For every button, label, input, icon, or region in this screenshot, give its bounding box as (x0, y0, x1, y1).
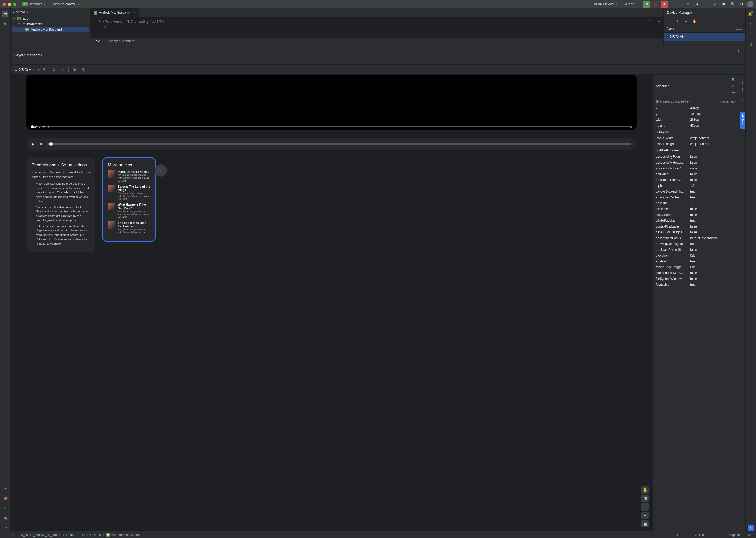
export-icon[interactable]: ⇲ (59, 66, 66, 73)
attribute-row[interactable]: layout_widthwrap_content (653, 135, 740, 141)
col-dots2[interactable]: … (739, 27, 742, 31)
line-ending[interactable]: LF (683, 533, 691, 537)
build-icon[interactable]: ☰ (702, 1, 710, 8)
pause-icon[interactable]: ⏸ (39, 142, 42, 146)
attribute-row[interactable]: baseline-1 (653, 200, 740, 206)
profiler-icon[interactable]: ⊚ (711, 1, 719, 8)
attribute-row[interactable]: clickablefalse (653, 206, 740, 212)
emulator-icon[interactable]: ▯ (748, 41, 754, 47)
breadcrumb[interactable]: 2024-12-05_RC11_jetnews_xr_source (3, 533, 61, 537)
attribute-row[interactable]: enabledtrue (653, 258, 740, 264)
editor-tab[interactable]: M AndroidManifest.xml × (90, 9, 139, 17)
vcs-menu[interactable]: Version control (51, 1, 81, 7)
inspector-device-selector[interactable]: ▭ XR Device (14, 68, 39, 72)
gradle-icon[interactable]: ⟲ (748, 21, 754, 27)
run-button[interactable]: ↻ (643, 1, 650, 8)
editor-subtab-merged[interactable]: Merged Manifest (105, 37, 139, 45)
code-editor[interactable]: 12 <?xml version="1.0" encoding="utf-8"?… (90, 18, 664, 37)
attribute-row[interactable]: activatedfalse (653, 171, 740, 177)
attribute-row[interactable]: layout_heightwrap_content (653, 141, 740, 147)
attribute-row[interactable]: accessibilityFocu...false (653, 154, 740, 160)
overlay-icon[interactable]: ⧉ (50, 66, 57, 73)
device-mgr-icon[interactable]: ▭ (748, 31, 754, 37)
debug-button[interactable]: 🐞 (652, 1, 659, 8)
tree-node-manifest-file[interactable]: M AndroidManifest.xml (12, 27, 88, 32)
encoding[interactable]: UTF-8 (693, 533, 706, 537)
collapse-up-icon[interactable]: ⌃ (653, 19, 656, 23)
breadcrumb[interactable]: M AndroidManifest.xml (106, 533, 140, 537)
attribute-row[interactable]: addStatesFromCh...false (653, 177, 740, 183)
git-icon[interactable]: ⎇ (2, 525, 9, 531)
attribute-row[interactable]: drawingCacheQualitauto (653, 241, 740, 247)
expand-fab[interactable]: ⤢ (155, 164, 167, 177)
refresh-icon[interactable]: ↻ (80, 66, 87, 73)
gear-icon[interactable]: ⚙ (630, 126, 632, 129)
breadcrumb[interactable]: main (90, 533, 101, 537)
notifications-icon[interactable]: 🔔 (748, 11, 754, 17)
attribute-row[interactable]: alwaysDrawnWith...true (653, 189, 740, 194)
more-actions[interactable]: ⋮ (670, 1, 677, 8)
project-view-selector[interactable]: Android (13, 10, 28, 14)
add-device-icon[interactable]: ⊞ (666, 18, 672, 24)
zoom-out-icon[interactable]: − (641, 511, 649, 519)
attribute-row[interactable]: descendantFocus...beforeDescendants (653, 235, 740, 241)
run-target-selector[interactable]: ⧉ XR Device (592, 1, 619, 7)
attribute-row[interactable]: fadingEdgeLength0dp (653, 264, 740, 270)
collapse-down-icon[interactable]: ⌄ (658, 19, 660, 23)
attribute-row[interactable]: fitsSystemWindowsfalse (653, 276, 740, 282)
wifi-icon[interactable]: ⇣ (683, 18, 689, 24)
side-tab-attributes[interactable]: Attributes (740, 112, 745, 129)
preview-canvas[interactable]: 00:00 • 00:17 ⚙ ▶ ⏸ (11, 75, 652, 531)
app-links-icon[interactable]: ⇄ (720, 1, 727, 8)
article-list-item[interactable]: Saturn: The Lord of the Rings Article an… (108, 185, 150, 200)
attribute-row[interactable]: focusabletrue (653, 282, 740, 288)
editor-more-icon[interactable]: ⋮ (656, 9, 664, 17)
attr-section-header[interactable]: All Attributes (653, 147, 740, 154)
attribute-row[interactable]: x434dp (653, 105, 740, 111)
play-icon[interactable]: ▶ (32, 142, 34, 146)
attribute-row[interactable]: elevation0dp (653, 253, 740, 258)
article-list-item[interactable]: Mars: Our Next Home? Article and images … (108, 170, 150, 182)
octocat-icon[interactable]: 🐙 (2, 495, 9, 501)
attribute-row[interactable]: width288dp (653, 117, 740, 123)
memory-icon[interactable]: ▭ (746, 533, 753, 537)
project-tool-icon[interactable]: ▭ (2, 11, 9, 17)
tree-node-manifests[interactable]: ▾🗀 manifests (12, 21, 88, 27)
readonly-icon[interactable]: ☐ (708, 533, 715, 537)
breadcrumb[interactable]: app (66, 533, 75, 537)
audio-scrubber[interactable] (47, 143, 631, 144)
indent[interactable]: 4 spaces (727, 533, 744, 537)
minimize-window[interactable] (8, 3, 11, 6)
settings-icon[interactable]: ⚙ (738, 1, 745, 8)
col-dots[interactable]: … (736, 27, 739, 31)
device-row[interactable]: XR Device (664, 32, 745, 41)
minimize-icon[interactable]: — (730, 89, 736, 96)
attribute-row[interactable]: defaultFocusHighli...false (653, 229, 740, 235)
article-list-item[interactable]: What Happens if the Sun Dies? Article an… (108, 203, 150, 219)
screenshot-icon[interactable]: ▣ (71, 66, 78, 73)
gemini-icon[interactable]: ✦ (748, 525, 754, 531)
zoom-in-icon[interactable]: ＋ (641, 503, 649, 511)
article-list-item[interactable]: The Endless Allure of the Universe Artic… (108, 221, 150, 234)
attribute-row[interactable]: accessibilityHeadi...false (653, 160, 740, 165)
attribute-row[interactable]: duplicateParentSt...false (653, 247, 740, 253)
more-articles-card[interactable]: More articles Mars: Our Next Home? Artic… (102, 158, 155, 241)
eye-icon[interactable]: 👁 (41, 66, 48, 73)
editor-subtab-text[interactable]: Text (90, 37, 105, 45)
cursor-position[interactable]: 1:1 (672, 533, 681, 537)
attribute-row[interactable]: clipToPaddingtrue (653, 218, 740, 224)
pan-icon[interactable]: ✋ (641, 486, 649, 494)
project-selector[interactable]: JN JetNews (20, 1, 48, 7)
plus-icon[interactable]: ＋ (674, 18, 681, 24)
close-window[interactable] (3, 3, 6, 6)
close-tab-icon[interactable]: × (133, 11, 135, 15)
maximize-window[interactable] (13, 3, 16, 6)
search-icon[interactable]: 🔍 (729, 1, 736, 8)
terminal-icon[interactable]: ▣ (2, 515, 9, 521)
side-tab-component-tree[interactable]: Component Tree (740, 77, 745, 104)
run-config-selector[interactable]: ▣ app (622, 1, 640, 7)
attribute-row[interactable]: y1004dp (653, 111, 740, 117)
more-tool-icon[interactable]: ⋯ (2, 31, 9, 37)
attribute-row[interactable]: animationCachetrue (653, 194, 740, 200)
structure-tool-icon[interactable]: ⌘ (2, 21, 9, 27)
